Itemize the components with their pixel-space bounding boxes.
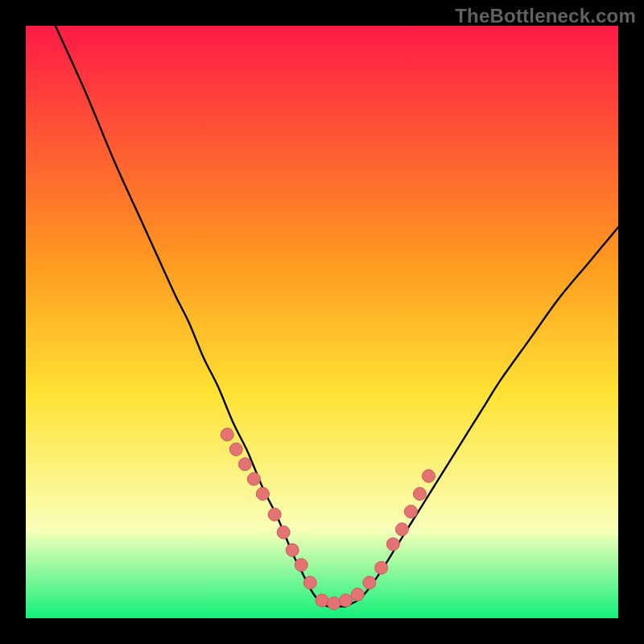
curve-dot xyxy=(286,543,299,556)
curve-dot xyxy=(247,473,260,485)
curve-dot xyxy=(375,561,388,574)
curve-dot xyxy=(295,559,308,572)
curve-dot xyxy=(413,487,426,500)
gradient-background xyxy=(26,26,618,618)
curve-dot xyxy=(404,506,417,518)
curve-dot xyxy=(229,443,242,456)
curve-dot xyxy=(221,428,233,441)
plot-area xyxy=(26,26,618,618)
curve-dot xyxy=(363,576,376,589)
curve-dot xyxy=(277,526,290,539)
curve-dot xyxy=(395,523,408,536)
bottleneck-chart xyxy=(26,26,618,618)
curve-dot xyxy=(328,597,341,610)
outer-frame: TheBottleneck.com xyxy=(0,0,644,644)
curve-dot xyxy=(238,458,251,471)
watermark-text: TheBottleneck.com xyxy=(455,5,636,27)
curve-dot xyxy=(339,594,352,607)
curve-dot xyxy=(351,588,364,601)
curve-dot xyxy=(316,594,328,607)
curve-dot xyxy=(422,469,435,482)
curve-dot xyxy=(386,538,399,551)
curve-dot xyxy=(256,487,269,500)
curve-dot xyxy=(268,508,281,521)
curve-dot xyxy=(303,576,316,589)
